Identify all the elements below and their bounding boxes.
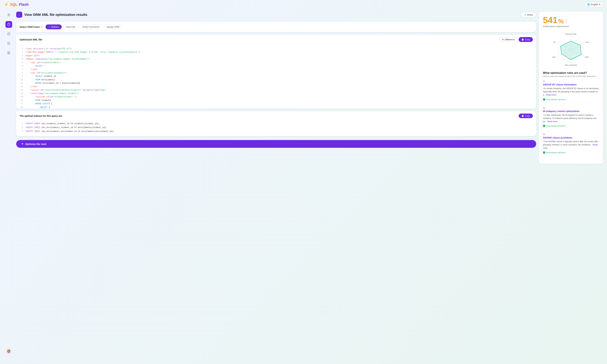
- rule-item-01: 01 GROUP BY clause elimination • In cert…: [543, 80, 599, 104]
- orm-selector: Select ORM frame ⓘ ✓ MyBatis Hibernate E…: [16, 22, 536, 32]
- copy-index-button[interactable]: 📋 Copy: [519, 114, 533, 118]
- svg-text:Scan Estimation: Scan Estimation: [585, 41, 590, 43]
- rule-number: 03: [543, 133, 599, 136]
- index-line: 3 CREATE INDEX idx_enrollments_enrollmen…: [20, 130, 533, 133]
- read-more-link-01[interactable]: Read more: [546, 94, 556, 96]
- diff-icon: ⇄: [502, 38, 504, 41]
- share-label: Share: [527, 13, 533, 16]
- code-line: 5 <sql id="studentColumns">: [20, 61, 533, 64]
- perf-symbol: %: [558, 18, 564, 25]
- code-body: 1<?xml version="1.0" encoding="UTF-8"?> …: [16, 44, 536, 108]
- app-header: ⚡ SQLFlash 🌐 English ▾: [0, 0, 607, 9]
- rule-number: 02: [543, 107, 599, 109]
- logo-icon: ⚡: [4, 2, 9, 7]
- code-line: 16 FROM students: [20, 99, 533, 102]
- auto-optimized-badge-01: Automatically optimized: [543, 98, 566, 101]
- right-panel: 541% ↑ Performance improvement Execution…: [539, 12, 603, 164]
- page-title-row: ‹ View ORM XML file optimization results: [16, 12, 87, 18]
- app-logo: ⚡ SQLFlash: [4, 2, 29, 7]
- rules-subtitle: Click to view the impact of each rule on…: [543, 75, 599, 78]
- perf-value: 541: [543, 16, 558, 25]
- code-line: 11 WHERE enrollment_id = #{enrollmentId}: [20, 82, 533, 85]
- code-line: 14 resultType="com.example.domain.Studen…: [20, 92, 533, 95]
- share-icon: ↗: [524, 13, 526, 16]
- code-line: 7 </sql>: [20, 68, 533, 71]
- back-button[interactable]: ‹: [16, 12, 22, 18]
- code-line: 10 FROM enrollments: [20, 78, 533, 82]
- code-line: 18 SELECT 1: [20, 106, 533, 108]
- orm-tab-hibernate[interactable]: Hibernate: [63, 25, 78, 29]
- copy-label: Copy: [525, 115, 530, 117]
- auto-optimized-badge-03: Automatically optimized: [543, 151, 566, 154]
- index-line: 1 CREATE INDEX idx_students_student_id O…: [20, 122, 533, 126]
- language-label: English: [591, 3, 598, 6]
- rule-title[interactable]: GROUP BY clause elimination: [543, 83, 599, 86]
- svg-text:SQL Complexity: SQL Complexity: [565, 64, 577, 66]
- svg-text:Index Usage: Index Usage: [585, 56, 590, 58]
- check-icon: ✓: [48, 26, 50, 28]
- code-line: 4<mapper namespace="com.example.mapper.S…: [20, 57, 533, 61]
- rule-description: • In SQL statements, the IN keyword is u…: [543, 114, 599, 123]
- logo-flash: Flash: [19, 2, 28, 7]
- diff-label: Difference: [505, 38, 515, 41]
- rule-description: • The HAVING clause is typically used to…: [543, 140, 599, 150]
- code-card-title: Optimized XML file: [20, 38, 42, 41]
- copy-icon: 📋: [521, 38, 524, 41]
- svg-text:Etc: Etc: [553, 41, 556, 43]
- globe-icon: 🌐: [587, 3, 590, 6]
- rule-item-02: 02 IN subquery rewrite optimization • In…: [543, 107, 599, 130]
- sidebar-item-history[interactable]: [5, 30, 12, 37]
- code-line: 3mapper.dtd">: [20, 54, 533, 57]
- share-button[interactable]: ↗ Share: [521, 12, 536, 17]
- optimize-icon: ✦: [21, 143, 24, 145]
- perf-arrow-icon: ↑: [565, 19, 568, 24]
- chevron-down-icon: ▾: [599, 3, 600, 6]
- orm-selector-label: Select ORM frame ⓘ: [20, 26, 43, 28]
- user-avatar[interactable]: 🦁: [6, 348, 12, 354]
- code-line: 1<?xml version="1.0" encoding="UTF-8"?>: [20, 47, 533, 51]
- sidebar-item-bookmark[interactable]: [5, 40, 12, 47]
- read-more-link-02[interactable]: Read more: [547, 120, 557, 123]
- optimize-next-button[interactable]: ✦ Optimize the next: [16, 140, 536, 148]
- index-line: 2 CREATE INDEX idx_enrollments_student_i…: [20, 126, 533, 130]
- code-line: 12 </sql>: [20, 85, 533, 88]
- code-line: 17 WHERE EXISTS (: [20, 102, 533, 105]
- sidebar-item-file[interactable]: [5, 21, 12, 28]
- code-line: 6 SELECT *: [20, 64, 533, 68]
- orm-tabs: ✓ MyBatis Hibernate Entity Framework Dja…: [46, 25, 122, 29]
- main-layout: ☰ 🦁: [0, 9, 607, 361]
- index-card: The optimal indexes for this query are 📋…: [16, 111, 536, 136]
- svg-text:Network Transport: Network Transport: [552, 56, 556, 58]
- index-card-header: The optimal indexes for this query are 📋…: [16, 111, 536, 120]
- rule-item-03: 03 HAVING clause pushdown • The HAVING c…: [543, 133, 599, 156]
- sidebar-item-docs[interactable]: [5, 49, 12, 56]
- rule-title[interactable]: IN subquery rewrite optimization: [543, 110, 599, 113]
- copy-code-button[interactable]: 📋 Copy: [519, 37, 533, 42]
- code-line: 2<!DOCTYPE mapper PUBLIC "-//mybatis.org…: [20, 51, 533, 54]
- rule-description: • In certain situations, the GROUP BY cl…: [543, 87, 599, 97]
- index-body: 1 CREATE INDEX idx_students_student_id O…: [16, 120, 536, 136]
- performance-number: 541% ↑: [543, 16, 599, 25]
- radar-chart-container: Execution Plan Scan Estimation Index Usa…: [543, 31, 599, 68]
- sidebar-item-menu[interactable]: ☰: [5, 12, 12, 18]
- auto-optimized-badge-02: Automatically optimized: [543, 125, 566, 127]
- rule-title[interactable]: HAVING clause pushdown: [543, 136, 599, 139]
- code-line: 8 <sql id="enrollmentsSubquery">: [20, 71, 533, 75]
- code-card: Optimized XML file ⇄ Difference 📋 Copy 1…: [16, 35, 536, 108]
- code-card-header: Optimized XML file ⇄ Difference 📋 Copy: [16, 35, 536, 44]
- optimize-label: Optimize the next: [25, 143, 46, 145]
- orm-tab-django-orm[interactable]: Django ORM: [104, 25, 122, 29]
- orm-tab-entity-framework[interactable]: Entity Framework: [79, 25, 102, 29]
- svg-marker-10: [560, 41, 581, 60]
- rules-title: What optimization rules are used?: [543, 71, 599, 75]
- page-header: ‹ View ORM XML file optimization results…: [16, 9, 536, 19]
- code-card-actions: ⇄ Difference 📋 Copy: [500, 37, 533, 42]
- code-line: 15 <include refid="studentColumns" />: [20, 95, 533, 99]
- orm-tab-mybatis[interactable]: ✓ MyBatis: [46, 25, 62, 29]
- copy-label: Copy: [525, 38, 530, 41]
- performance-label: Performance improvement: [543, 25, 599, 28]
- svg-text:Execution Plan: Execution Plan: [565, 33, 577, 35]
- page-title: View ORM XML file optimization results: [24, 13, 87, 17]
- language-selector[interactable]: 🌐 English ▾: [585, 2, 603, 7]
- difference-button[interactable]: ⇄ Difference: [500, 37, 517, 42]
